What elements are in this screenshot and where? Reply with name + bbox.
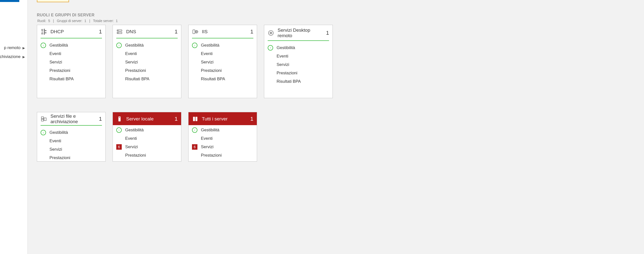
- tile-title: Tutti i server: [202, 116, 247, 122]
- row-label: Gestibilità: [50, 43, 68, 48]
- tile-local-server[interactable]: Server locale 1 ↑Gestibilità Eventi 6 Se…: [112, 112, 181, 162]
- tile-dhcp[interactable]: DHCP 1 ↑ Gestibilità Eventi Servizi Pres…: [37, 25, 106, 98]
- row-manageability[interactable]: ↑Gestibilità: [40, 130, 102, 136]
- row-services[interactable]: Servizi: [40, 147, 102, 152]
- row-services[interactable]: 6 Servizi: [116, 144, 178, 150]
- status-up-icon: ↑: [192, 43, 198, 48]
- status-rule: [116, 38, 178, 38]
- row-label: Servizi: [201, 60, 214, 65]
- row-label: Risultati BPA: [276, 79, 301, 84]
- row-performance[interactable]: Prestazioni: [116, 152, 178, 158]
- status-up-icon: ↑: [192, 127, 198, 133]
- divider: |: [52, 19, 55, 23]
- tile-count: 1: [250, 29, 253, 35]
- status-rule: [40, 125, 102, 126]
- row-manageability[interactable]: ↑Gestibilità: [192, 42, 253, 48]
- svg-rect-10: [118, 116, 121, 121]
- tiles-row-1: DHCP 1 ↑ Gestibilità Eventi Servizi Pres…: [37, 25, 333, 98]
- row-events[interactable]: Eventi: [268, 53, 329, 59]
- row-manageability[interactable]: ↑Gestibilità: [116, 127, 178, 133]
- tile-body: ↑Gestibilità Eventi Servizi Prestazioni …: [264, 43, 332, 88]
- row-label: Servizi: [201, 145, 214, 150]
- section-title: RUOLI E GRUPPI DI SERVER: [37, 13, 94, 17]
- row-events[interactable]: Eventi: [116, 136, 178, 142]
- alert-badge: 6: [192, 144, 198, 150]
- tile-title: Servizi Desktop remoto: [278, 28, 322, 38]
- tile-body: ↑Gestibilità Eventi 6 Servizi Prestazion…: [113, 125, 181, 162]
- row-label: Gestibilità: [276, 45, 295, 50]
- chevron-right-icon: ▶: [22, 55, 25, 59]
- row-events[interactable]: Eventi: [116, 51, 178, 57]
- row-services[interactable]: Servizi: [116, 59, 178, 65]
- row-services[interactable]: Servizi: [192, 59, 253, 65]
- tile-title: DNS: [126, 29, 171, 35]
- sidebar-item-file-services[interactable]: rchiviazione ▶: [0, 53, 26, 61]
- tile-count: 1: [175, 116, 178, 122]
- status-rule: [268, 40, 329, 41]
- tile-header: Server locale 1: [113, 112, 181, 125]
- row-label: Eventi: [50, 51, 61, 56]
- status-rule: [40, 38, 102, 38]
- row-performance[interactable]: Prestazioni: [192, 152, 253, 158]
- row-performance[interactable]: Prestazioni: [192, 68, 253, 74]
- row-label: Gestibilità: [125, 43, 144, 48]
- svg-rect-13: [196, 117, 198, 121]
- row-label: Gestibilità: [125, 128, 144, 133]
- row-manageability[interactable]: ↑Gestibilità: [192, 127, 253, 133]
- row-label: Prestazioni: [50, 68, 70, 73]
- remote-desktop-icon: [268, 30, 274, 36]
- row-label: Prestazioni: [201, 68, 222, 73]
- svg-rect-4: [193, 30, 195, 34]
- row-manageability[interactable]: ↑ Gestibilità: [40, 42, 102, 48]
- row-services[interactable]: 6 Servizi: [192, 144, 253, 150]
- row-events[interactable]: Eventi: [40, 51, 102, 57]
- row-manageability[interactable]: ↑Gestibilità: [116, 42, 178, 48]
- row-manageability[interactable]: ↑Gestibilità: [268, 45, 329, 51]
- tile-count: 1: [250, 116, 253, 122]
- row-bpa[interactable]: Risultati BPA: [268, 79, 329, 84]
- row-bpa[interactable]: Risultati BPA: [40, 76, 102, 82]
- tile-iis[interactable]: IIS 1 ↑Gestibilità Eventi Servizi Presta…: [188, 25, 257, 98]
- row-label: Risultati BPA: [50, 77, 74, 81]
- tile-all-servers[interactable]: Tutti i server 1 ↑Gestibilità Eventi 6 S…: [188, 112, 257, 162]
- file-services-icon: [40, 116, 47, 122]
- row-events[interactable]: Eventi: [192, 136, 253, 142]
- svg-rect-7: [41, 117, 44, 119]
- row-services[interactable]: Servizi: [268, 62, 329, 68]
- row-performance[interactable]: Prestazioni: [268, 70, 329, 76]
- row-label: Servizi: [125, 60, 138, 65]
- row-label: Prestazioni: [125, 153, 146, 158]
- tile-file-services[interactable]: Servizi file e archiviazione 1 ↑Gestibil…: [37, 112, 106, 162]
- row-events[interactable]: Eventi: [192, 51, 253, 57]
- sidebar-item-remote-desktop[interactable]: p remoto ▶: [0, 44, 26, 52]
- row-events[interactable]: Eventi: [40, 138, 102, 144]
- row-performance[interactable]: Prestazioni: [40, 155, 102, 161]
- svg-point-2: [118, 30, 118, 31]
- tile-body: ↑Gestibilità Eventi Servizi Prestazioni: [37, 128, 106, 162]
- row-performance[interactable]: Prestazioni: [40, 68, 102, 74]
- row-label: Servizi: [125, 145, 138, 150]
- tile-header: Servizi Desktop remoto 1: [264, 25, 332, 40]
- row-bpa[interactable]: Risultati BPA: [192, 76, 253, 82]
- tile-dns[interactable]: DNS 1 ↑Gestibilità Eventi Servizi Presta…: [112, 25, 181, 98]
- row-services[interactable]: Servizi: [40, 59, 102, 65]
- row-label: Risultati BPA: [125, 77, 150, 81]
- groups-label: Gruppi di server:: [56, 19, 83, 23]
- svg-rect-9: [44, 118, 46, 121]
- row-label: Eventi: [125, 136, 137, 141]
- status-up-icon: ↑: [116, 43, 122, 48]
- iis-icon: [192, 29, 198, 35]
- row-performance[interactable]: Prestazioni: [116, 68, 178, 74]
- sidebar-nav: p remoto ▶ rchiviazione ▶: [0, 0, 28, 254]
- row-label: Prestazioni: [125, 68, 146, 73]
- svg-point-3: [118, 33, 118, 33]
- row-bpa[interactable]: Risultati BPA: [116, 76, 178, 82]
- svg-rect-11: [119, 117, 120, 118]
- total-value: 1: [115, 19, 118, 23]
- tiles-row-2: Servizi file e archiviazione 1 ↑Gestibil…: [37, 112, 333, 185]
- tile-header: Servizi file e archiviazione 1: [37, 112, 106, 125]
- tile-remote-desktop[interactable]: Servizi Desktop remoto 1 ↑Gestibilità Ev…: [264, 25, 333, 98]
- tile-title: Servizi file e archiviazione: [50, 113, 96, 124]
- row-label: Prestazioni: [201, 153, 222, 158]
- alert-badge: 6: [116, 144, 122, 150]
